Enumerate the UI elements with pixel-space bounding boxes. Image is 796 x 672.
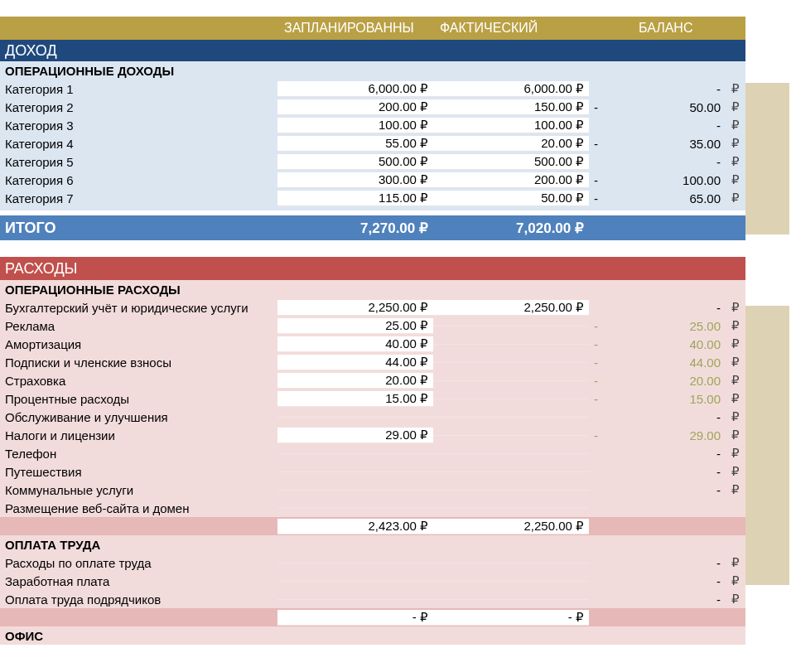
cell-planned[interactable]: 2,250.00 ₽ <box>277 300 433 316</box>
cell-balance: - <box>614 465 726 479</box>
cell-planned[interactable]: 6,000.00 ₽ <box>277 81 433 97</box>
cell-actual[interactable] <box>433 581 589 582</box>
cell-planned[interactable] <box>277 471 433 472</box>
cell-actual[interactable] <box>433 435 589 436</box>
row-label: Категория 1 <box>0 82 277 96</box>
row-label: Путешествия <box>0 465 277 479</box>
cell-planned[interactable]: 55.00 ₽ <box>277 136 433 152</box>
currency-symbol: ₽ <box>726 592 745 607</box>
expense-row: Заработная плата-₽ <box>0 572 745 590</box>
row-label: Категория 5 <box>0 155 277 169</box>
cell-planned[interactable]: 15.00 ₽ <box>277 391 433 407</box>
cell-balance: 15.00 <box>614 392 726 406</box>
currency-symbol: ₽ <box>726 446 745 461</box>
cell-actual[interactable] <box>433 508 589 509</box>
cell-planned[interactable] <box>277 508 433 509</box>
row-label: Бухгалтерский учёт и юридические услуги <box>0 301 277 315</box>
cell-sign: - <box>589 319 614 333</box>
cell-planned[interactable] <box>277 581 433 582</box>
cell-balance: 29.00 <box>614 428 726 442</box>
cell-actual[interactable]: 150.00 ₽ <box>433 99 589 115</box>
row-label: Категория 2 <box>0 100 277 114</box>
cell-balance: 44.00 <box>614 355 726 370</box>
column-headers: ЗАПЛАНИРОВАННЫ ФАКТИЧЕСКИЙ БАЛАНС <box>0 17 745 40</box>
cell-actual[interactable] <box>433 362 589 363</box>
cell-actual[interactable] <box>433 490 589 491</box>
expense-row: Страховка20.00 ₽-20.00₽ <box>0 371 745 389</box>
cell-planned[interactable] <box>277 563 433 563</box>
cell-actual[interactable] <box>433 344 589 345</box>
cell-actual[interactable] <box>433 399 589 399</box>
cell-actual[interactable] <box>433 471 589 472</box>
cell-balance: 40.00 <box>614 337 726 351</box>
cell-planned[interactable] <box>277 453 433 454</box>
cell-sign: - <box>589 428 614 442</box>
income-row: Категория 455.00 ₽20.00 ₽-35.00₽ <box>0 134 745 152</box>
cell-actual[interactable]: 6,000.00 ₽ <box>433 81 589 97</box>
expense-section-head: ОПЛАТА ТРУДА <box>0 535 745 554</box>
cell-planned[interactable]: 115.00 ₽ <box>277 191 433 206</box>
cell-planned[interactable]: 200.00 ₽ <box>277 99 433 115</box>
row-label: Размещение веб-сайта и домен <box>0 501 277 515</box>
currency-symbol: ₽ <box>726 136 745 151</box>
cell-actual[interactable] <box>433 563 589 563</box>
cell-balance: - <box>614 410 726 424</box>
income-section-head: ОПЕРАЦИОННЫЕ ДОХОДЫ <box>0 61 745 80</box>
currency-symbol: ₽ <box>726 464 745 479</box>
row-label: Подписки и членские взносы <box>0 355 277 370</box>
row-label: Телефон <box>0 447 277 461</box>
cell-planned[interactable]: 25.00 ₽ <box>277 318 433 334</box>
cell-actual[interactable] <box>433 417 589 418</box>
cell-planned[interactable] <box>277 417 433 418</box>
cell-actual[interactable]: 500.00 ₽ <box>433 154 589 170</box>
row-label: Категория 4 <box>0 137 277 151</box>
row-label: Налоги и лицензии <box>0 428 277 442</box>
subtotal-actual: 2,250.00 ₽ <box>433 519 589 534</box>
header-planned: ЗАПЛАНИРОВАННЫ <box>277 21 433 36</box>
row-label: Амортизация <box>0 337 277 351</box>
cell-planned[interactable]: 100.00 ₽ <box>277 118 433 133</box>
cell-balance: - <box>614 483 726 497</box>
row-label: Оплата труда подрядчиков <box>0 592 277 607</box>
cell-actual[interactable]: 100.00 ₽ <box>433 118 589 133</box>
cell-planned[interactable]: 20.00 ₽ <box>277 373 433 389</box>
decorative-side <box>745 306 789 585</box>
row-label: Обслуживание и улучшения <box>0 410 277 424</box>
expense-subtotal: 2,423.00 ₽2,250.00 ₽ <box>0 517 745 535</box>
cell-actual[interactable]: 200.00 ₽ <box>433 172 589 188</box>
cell-actual[interactable]: 2,250.00 ₽ <box>433 300 589 316</box>
cell-actual[interactable]: 50.00 ₽ <box>433 191 589 206</box>
cell-planned[interactable]: 40.00 ₽ <box>277 336 433 352</box>
cell-planned[interactable]: 500.00 ₽ <box>277 154 433 170</box>
cell-balance: 20.00 <box>614 374 726 388</box>
cell-balance: 50.00 <box>614 100 726 114</box>
expense-row: Обслуживание и улучшения-₽ <box>0 408 745 426</box>
spacer <box>0 0 745 17</box>
cell-actual[interactable] <box>433 326 589 326</box>
cell-sign: - <box>589 100 614 114</box>
subtotal-planned: - ₽ <box>277 610 433 626</box>
currency-symbol: ₽ <box>726 409 745 424</box>
row-label: Заработная плата <box>0 574 277 588</box>
cell-planned[interactable]: 300.00 ₽ <box>277 172 433 188</box>
row-label: Страховка <box>0 374 277 388</box>
cell-balance: 100.00 <box>614 173 726 187</box>
cell-actual[interactable] <box>433 380 589 381</box>
cell-actual[interactable] <box>433 599 589 600</box>
cell-sign: - <box>589 337 614 351</box>
cell-balance: - <box>614 82 726 96</box>
cell-planned[interactable]: 44.00 ₽ <box>277 355 433 370</box>
cell-actual[interactable] <box>433 453 589 454</box>
cell-planned[interactable] <box>277 490 433 491</box>
currency-symbol: ₽ <box>726 428 745 442</box>
cell-balance: - <box>614 592 726 607</box>
currency-symbol: ₽ <box>726 154 745 169</box>
row-label: Расходы по оплате труда <box>0 556 277 570</box>
expense-row: Путешествия-₽ <box>0 462 745 481</box>
currency-symbol: ₽ <box>726 172 745 187</box>
currency-symbol: ₽ <box>726 336 745 351</box>
cell-planned[interactable] <box>277 599 433 600</box>
cell-actual[interactable]: 20.00 ₽ <box>433 136 589 152</box>
cell-planned[interactable]: 29.00 ₽ <box>277 428 433 443</box>
cell-balance: - <box>614 574 726 588</box>
